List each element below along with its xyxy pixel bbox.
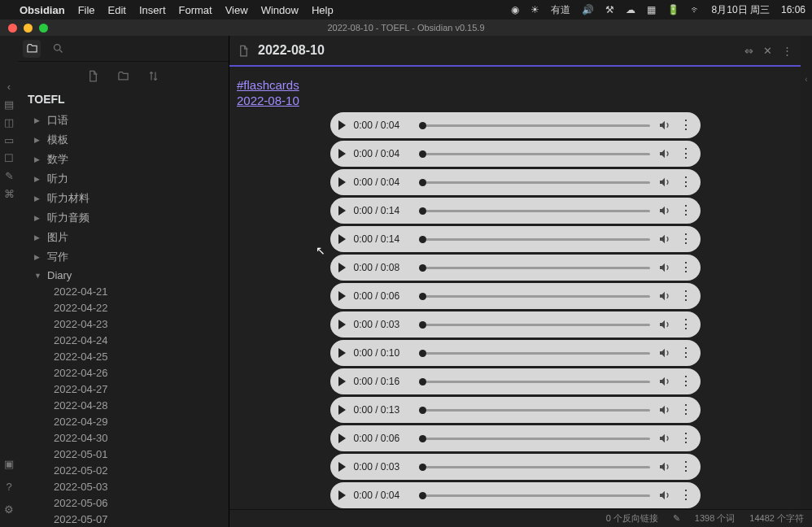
grid-icon[interactable]: ▦ bbox=[647, 4, 656, 15]
right-sidebar-collapsed[interactable]: ‹ bbox=[801, 36, 812, 527]
audio-more-icon[interactable]: ⋮ bbox=[679, 378, 692, 385]
record-icon[interactable]: ◉ bbox=[511, 4, 519, 15]
tree-file[interactable]: 2022-05-06 bbox=[18, 495, 229, 512]
tree-file[interactable]: 2022-04-27 bbox=[18, 381, 229, 398]
audio-seek-track[interactable] bbox=[419, 381, 650, 383]
audio-player[interactable]: 0:00 / 0:03⋮ bbox=[330, 311, 701, 338]
sidebar-tab-files-icon[interactable] bbox=[23, 40, 41, 58]
tree-folder[interactable]: ▶听力音频 bbox=[18, 208, 229, 228]
cloud-icon[interactable]: ☁ bbox=[626, 4, 635, 15]
expand-right-icon[interactable]: ‹ bbox=[805, 75, 807, 84]
internal-link[interactable]: 2022-08-10 bbox=[237, 94, 793, 107]
hammer-icon[interactable]: ⚒ bbox=[605, 4, 614, 15]
audio-seek-track[interactable] bbox=[419, 238, 650, 241]
play-icon[interactable] bbox=[338, 177, 346, 187]
ribbon-quickswitch-icon[interactable]: ▤ bbox=[2, 98, 15, 111]
play-icon[interactable] bbox=[338, 433, 346, 443]
ribbon-help-icon[interactable]: ? bbox=[2, 480, 15, 493]
volume-icon[interactable] bbox=[658, 147, 671, 160]
audio-seek-track[interactable] bbox=[419, 409, 650, 412]
volume-icon[interactable] bbox=[658, 233, 671, 246]
play-icon[interactable] bbox=[338, 263, 346, 272]
volume-icon[interactable] bbox=[658, 290, 671, 303]
audio-player[interactable]: 0:00 / 0:16⋮ bbox=[330, 368, 701, 394]
battery-icon[interactable]: 🔋 bbox=[667, 4, 679, 15]
volume-icon[interactable] bbox=[658, 176, 671, 189]
volume-icon[interactable] bbox=[658, 346, 671, 359]
menu-file[interactable]: File bbox=[78, 4, 95, 16]
play-icon[interactable] bbox=[338, 320, 346, 329]
chevron-right-icon[interactable]: ▶ bbox=[34, 116, 44, 124]
new-note-icon[interactable] bbox=[87, 70, 99, 82]
sun-icon[interactable]: ☀ bbox=[530, 4, 539, 15]
ribbon-vault-icon[interactable]: ▣ bbox=[2, 457, 15, 470]
chevron-right-icon[interactable]: ▶ bbox=[34, 175, 44, 183]
audio-more-icon[interactable]: ⋮ bbox=[679, 464, 692, 470]
ribbon-command-icon[interactable]: ⌘ bbox=[2, 187, 15, 200]
window-close-icon[interactable] bbox=[8, 24, 17, 33]
audio-more-icon[interactable]: ⋮ bbox=[679, 435, 692, 442]
audio-more-icon[interactable]: ⋮ bbox=[679, 207, 692, 214]
menubar-app-name[interactable]: Obsidian bbox=[20, 4, 65, 16]
sidebar-tab-search-icon[interactable] bbox=[49, 40, 67, 58]
menubar-time[interactable]: 16:06 bbox=[781, 4, 805, 15]
audio-player[interactable]: 0:00 / 0:04⋮ bbox=[330, 482, 701, 508]
audio-player[interactable]: 0:00 / 0:08⋮ bbox=[330, 255, 701, 281]
audio-seek-track[interactable] bbox=[419, 438, 650, 440]
tree-folder[interactable]: ▶写作 bbox=[18, 247, 229, 267]
close-tab-icon[interactable]: ✕ bbox=[763, 45, 772, 57]
audio-more-icon[interactable]: ⋮ bbox=[679, 150, 692, 157]
volume-icon[interactable] bbox=[658, 432, 671, 445]
audio-seek-track[interactable] bbox=[419, 352, 650, 355]
volume-icon[interactable] bbox=[658, 460, 671, 473]
audio-player[interactable]: 0:00 / 0:13⋮ bbox=[330, 397, 701, 423]
youdao-text[interactable]: 有道 bbox=[551, 3, 570, 17]
editor-body[interactable]: #flashcards 2022-08-10 0:00 / 0:04⋮0:00 … bbox=[229, 67, 801, 527]
play-icon[interactable] bbox=[338, 120, 346, 130]
tree-folder[interactable]: ▶口语 bbox=[18, 111, 229, 130]
volume-icon[interactable] bbox=[658, 261, 671, 274]
window-zoom-icon[interactable] bbox=[39, 24, 48, 33]
ribbon-template-icon[interactable]: ✎ bbox=[2, 169, 15, 182]
status-edit-icon[interactable]: ✎ bbox=[673, 513, 680, 524]
audio-more-icon[interactable]: ⋮ bbox=[679, 236, 692, 242]
tree-folder[interactable]: ▶模板 bbox=[18, 130, 229, 150]
audio-seek-track[interactable] bbox=[419, 210, 650, 212]
audio-more-icon[interactable]: ⋮ bbox=[679, 407, 692, 413]
audio-more-icon[interactable]: ⋮ bbox=[679, 122, 692, 128]
tree-file[interactable]: 2022-04-29 bbox=[18, 414, 229, 430]
ribbon-collapse-icon[interactable]: ‹ bbox=[2, 80, 15, 93]
chevron-right-icon[interactable]: ▶ bbox=[34, 253, 44, 261]
tree-file[interactable]: 2022-05-01 bbox=[18, 446, 229, 463]
audio-seek-track[interactable] bbox=[419, 153, 650, 155]
ribbon-canvas-icon[interactable]: ▭ bbox=[2, 133, 15, 146]
link-pane-icon[interactable]: ⇔ bbox=[744, 45, 753, 57]
menu-help[interactable]: Help bbox=[312, 4, 334, 16]
play-icon[interactable] bbox=[338, 490, 346, 500]
more-tab-icon[interactable]: ⋮ bbox=[782, 45, 792, 57]
tree-folder[interactable]: ▶图片 bbox=[18, 228, 229, 247]
volume-icon[interactable] bbox=[658, 318, 671, 331]
hashtag-link[interactable]: #flashcards bbox=[237, 78, 299, 92]
tree-file[interactable]: 2022-04-24 bbox=[18, 333, 229, 349]
ribbon-settings-icon[interactable]: ⚙ bbox=[2, 503, 15, 516]
tree-file[interactable]: 2022-04-28 bbox=[18, 398, 229, 414]
audio-seek-track[interactable] bbox=[419, 181, 650, 184]
volume-icon[interactable] bbox=[658, 119, 671, 132]
volume-icon[interactable] bbox=[658, 375, 671, 388]
ribbon-daily-icon[interactable]: ☐ bbox=[2, 151, 15, 164]
chevron-right-icon[interactable]: ▶ bbox=[34, 155, 44, 163]
menu-view[interactable]: View bbox=[225, 4, 248, 16]
chevron-right-icon[interactable]: ▶ bbox=[34, 136, 44, 144]
play-icon[interactable] bbox=[338, 348, 346, 358]
audio-more-icon[interactable]: ⋮ bbox=[679, 264, 692, 271]
file-tree[interactable]: ▶口语▶模板▶数学▶听力▶听力材料▶听力音频▶图片▶写作▼Diary2022-0… bbox=[18, 111, 229, 527]
menu-format[interactable]: Format bbox=[179, 4, 212, 16]
tree-folder[interactable]: ▶听力 bbox=[18, 169, 229, 189]
audio-more-icon[interactable]: ⋮ bbox=[679, 350, 692, 356]
menubar-date[interactable]: 8月10日 周三 bbox=[712, 3, 770, 17]
tree-file[interactable]: 2022-04-21 bbox=[18, 284, 229, 300]
tree-file[interactable]: 2022-04-23 bbox=[18, 316, 229, 333]
audio-seek-track[interactable] bbox=[419, 324, 650, 326]
volume-icon[interactable]: 🔊 bbox=[582, 4, 594, 15]
